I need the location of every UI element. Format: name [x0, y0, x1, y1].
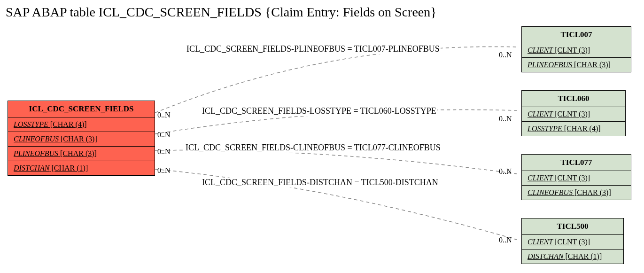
field-row: CLINEOFBUS [CHAR (3)] [522, 186, 631, 200]
field-row: CLINEOFBUS [CHAR (3)] [8, 132, 155, 147]
cardinality-label: 0..N [499, 115, 512, 123]
relation-label: ICL_CDC_SCREEN_FIELDS-DISTCHAN = TICL500… [201, 178, 439, 187]
cardinality-label: 0..N [499, 167, 512, 176]
entity-icl-cdc-screen-fields: ICL_CDC_SCREEN_FIELDS LOSSTYPE [CHAR (4)… [8, 101, 155, 176]
entity-ticl500: TICL500 CLIENT [CLNT (3)] DISTCHAN [CHAR… [521, 218, 624, 264]
field-row: PLINEOFBUS [CHAR (3)] [8, 147, 155, 161]
entity-ticl077: TICL077 CLIENT [CLNT (3)] CLINEOFBUS [CH… [521, 154, 631, 200]
field-row: PLINEOFBUS [CHAR (3)] [522, 58, 631, 72]
field-row: CLIENT [CLNT (3)] [522, 235, 623, 250]
entity-ticl060: TICL060 CLIENT [CLNT (3)] LOSSTYPE [CHAR… [521, 90, 626, 136]
relation-label: ICL_CDC_SCREEN_FIELDS-CLINEOFBUS = TICL0… [185, 143, 442, 153]
entity-header: ICL_CDC_SCREEN_FIELDS [8, 101, 155, 117]
cardinality-label: 0..N [157, 131, 171, 139]
field-row: CLIENT [CLNT (3)] [522, 107, 625, 122]
entity-ticl007: TICL007 CLIENT [CLNT (3)] PLINEOFBUS [CH… [521, 26, 631, 72]
field-row: DISTCHAN [CHAR (1)] [8, 161, 155, 175]
entity-header: TICL007 [522, 27, 631, 43]
cardinality-label: 0..N [157, 166, 171, 175]
relation-label: ICL_CDC_SCREEN_FIELDS-LOSSTYPE = TICL060… [201, 106, 437, 116]
field-row: CLIENT [CLNT (3)] [522, 171, 631, 186]
entity-header: TICL077 [522, 155, 631, 171]
entity-header: TICL500 [522, 218, 623, 235]
cardinality-label: 0..N [499, 51, 512, 59]
cardinality-label: 0..N [499, 236, 512, 244]
field-row: LOSSTYPE [CHAR (4)] [8, 117, 155, 132]
field-row: CLIENT [CLNT (3)] [522, 43, 631, 58]
cardinality-label: 0..N [157, 148, 171, 156]
entity-header: TICL060 [522, 91, 625, 107]
cardinality-label: 0..N [157, 111, 171, 119]
field-row: DISTCHAN [CHAR (1)] [522, 250, 623, 264]
field-row: LOSSTYPE [CHAR (4)] [522, 122, 625, 136]
relation-label: ICL_CDC_SCREEN_FIELDS-PLINEOFBUS = TICL0… [186, 44, 441, 54]
